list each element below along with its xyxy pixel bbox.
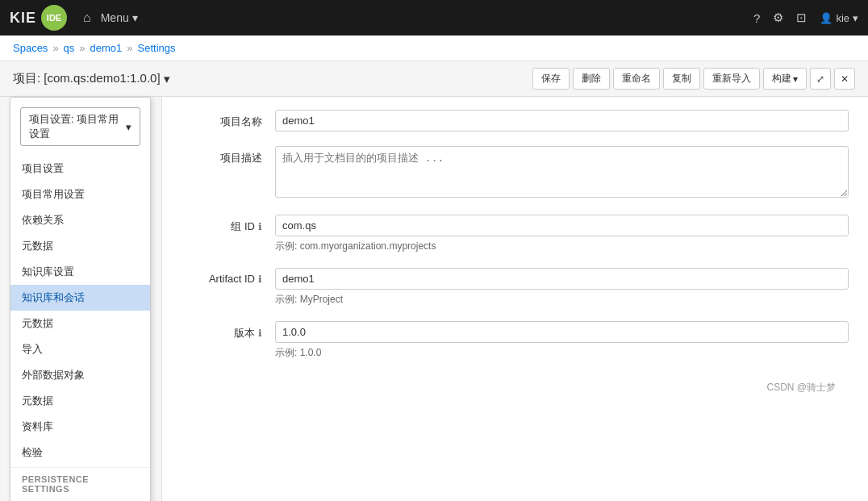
home-icon[interactable]: ⌂ — [83, 10, 91, 25]
breadcrumb-sep-1: » — [52, 42, 58, 54]
project-name-label: 项目名称 — [182, 110, 262, 129]
footer-text: CSDN @骑士梦 — [182, 374, 849, 401]
menu-item-metadata[interactable]: 元数据 — [10, 233, 150, 259]
menu-item-external-data[interactable]: 外部数据对象 — [10, 362, 150, 388]
form-row-artifact-id: Artifact ID ℹ 示例: MyProject — [182, 268, 849, 307]
menu-item-project-common[interactable]: 项目常用设置 — [10, 182, 150, 207]
group-id-hint: 示例: com.myorganization.myprojects — [275, 240, 849, 253]
menu-item-dependencies[interactable]: 依赖关系 — [10, 207, 150, 233]
build-button[interactable]: 构建 ▾ — [763, 68, 807, 90]
breadcrumb-settings[interactable]: Settings — [138, 42, 176, 54]
breadcrumb-qs[interactable]: qs — [64, 42, 75, 54]
reimport-button[interactable]: 重新导入 — [703, 68, 760, 90]
project-name-field — [275, 110, 849, 132]
toolbar-buttons: 保存 删除 重命名 复制 重新导入 构建 ▾ ⤢ ✕ — [532, 68, 855, 90]
breadcrumb-sep-3: » — [127, 42, 132, 54]
version-info-icon[interactable]: ℹ — [258, 328, 262, 339]
main-content: 项目名称 项目描述 组 ID ℹ 示例: com.myorganization.… — [161, 97, 868, 501]
delete-button[interactable]: 删除 — [573, 68, 610, 90]
menu-button[interactable]: Menu ▾ — [101, 11, 138, 24]
help-icon[interactable]: ? — [753, 11, 760, 25]
group-id-field: 示例: com.myorganization.myprojects — [275, 215, 849, 253]
expand-button[interactable]: ⤢ — [810, 68, 831, 90]
version-input[interactable] — [275, 321, 849, 343]
menu-item-data-source[interactable]: 资料库 — [10, 414, 150, 440]
artifact-id-hint: 示例: MyProject — [275, 293, 849, 307]
menu-item-kb-settings[interactable]: 知识库设置 — [10, 259, 150, 285]
settings-dropdown-trigger[interactable]: 项目设置: 项目常用设置 ▾ — [20, 107, 140, 146]
project-desc-field — [275, 146, 849, 200]
form-row-project-name: 项目名称 — [182, 110, 849, 132]
menu-item-kb-conversation[interactable]: 知识库和会话 — [10, 285, 150, 311]
breadcrumb: Spaces » qs » demo1 » Settings — [0, 35, 868, 61]
settings-dropdown-panel: 项目设置: 项目常用设置 ▾ 项目设置 项目常用设置 依赖关系 元数据 知识库设… — [10, 97, 151, 501]
user-menu[interactable]: 👤 kie ▾ — [820, 12, 858, 24]
artifact-id-info-icon[interactable]: ℹ — [258, 273, 262, 285]
project-title-bar: 项目: [com.qs:demo1:1.0.0] ▾ 保存 删除 重命名 复制 … — [0, 61, 868, 97]
breadcrumb-sep-2: » — [79, 42, 85, 54]
project-desc-label: 项目描述 — [182, 146, 262, 165]
menu-item-import[interactable]: 导入 — [10, 336, 150, 362]
gear-icon[interactable]: ⚙ — [773, 10, 783, 25]
breadcrumb-demo1[interactable]: demo1 — [90, 42, 123, 54]
settings-area: 项目设置: 项目常用设置 ▾ 项目设置 项目常用设置 依赖关系 元数据 知识库设… — [0, 97, 868, 501]
kie-text: KIE — [10, 10, 36, 27]
project-desc-input[interactable] — [275, 146, 849, 198]
close-button[interactable]: ✕ — [834, 68, 855, 90]
form-row-group-id: 组 ID ℹ 示例: com.myorganization.myprojects — [182, 215, 849, 253]
menu-item-test[interactable]: 检验 — [10, 440, 150, 466]
kie-logo: KIE IDE — [10, 5, 67, 31]
copy-button[interactable]: 复制 — [663, 68, 700, 90]
dropdown-menu: 项目设置 项目常用设置 依赖关系 元数据 知识库设置 知识库和会话 元数据 导入… — [10, 156, 150, 501]
version-field: 示例: 1.0.0 — [275, 321, 849, 360]
form-row-version: 版本 ℹ 示例: 1.0.0 — [182, 321, 849, 360]
group-id-input[interactable] — [275, 215, 849, 236]
form-row-project-desc: 项目描述 — [182, 146, 849, 200]
menu-item-metadata2[interactable]: 元数据 — [10, 311, 150, 336]
project-title[interactable]: 项目: [com.qs:demo1:1.0.0] ▾ — [13, 71, 170, 86]
artifact-id-input[interactable] — [275, 268, 849, 290]
project-name-input[interactable] — [275, 110, 849, 132]
menu-item-project-settings[interactable]: 项目设置 — [10, 156, 150, 182]
menu-item-metadata3[interactable]: 元数据 — [10, 388, 150, 414]
artifact-id-field: 示例: MyProject — [275, 268, 849, 307]
breadcrumb-spaces[interactable]: Spaces — [13, 42, 48, 54]
persistence-settings-header: PERSISTENCE SETTINGS — [10, 470, 150, 497]
user-icon: 👤 — [820, 12, 833, 24]
artifact-id-label: Artifact ID ℹ — [182, 268, 262, 285]
menu-item-persistence-descriptor[interactable]: Persistence descriptor — [10, 497, 150, 501]
top-navigation: KIE IDE ⌂ Menu ▾ ? ⚙ ⊡ 👤 kie ▾ — [0, 0, 868, 35]
group-id-label: 组 ID ℹ — [182, 215, 262, 234]
nav-right-icons: ? ⚙ ⊡ 👤 kie ▾ — [753, 10, 858, 25]
save-button[interactable]: 保存 — [532, 68, 570, 90]
group-id-info-icon[interactable]: ℹ — [258, 221, 262, 232]
ide-badge: IDE — [41, 5, 67, 31]
rename-button[interactable]: 重命名 — [613, 68, 660, 90]
version-hint: 示例: 1.0.0 — [275, 346, 849, 360]
version-label: 版本 ℹ — [182, 321, 262, 340]
monitor-icon[interactable]: ⊡ — [796, 10, 807, 25]
